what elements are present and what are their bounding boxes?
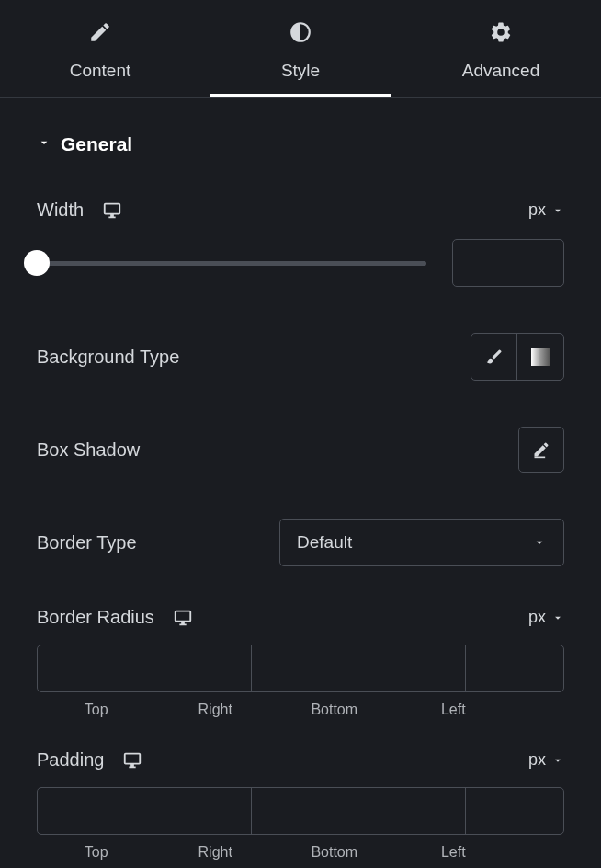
dim-label-bottom: Bottom — [275, 702, 394, 718]
border-radius-label: Border Radius — [37, 607, 154, 628]
box-shadow-edit-button[interactable] — [518, 427, 564, 473]
border-radius-side-labels: Top Right Bottom Left — [37, 702, 564, 718]
width-unit-value: px — [528, 200, 546, 220]
dim-label-bottom: Bottom — [275, 844, 394, 861]
contrast-icon — [289, 20, 312, 48]
padding-unit-value: px — [528, 750, 546, 770]
desktop-icon[interactable] — [173, 608, 193, 628]
dim-label-top: Top — [37, 702, 156, 718]
editor-tabs: Content Style Advanced — [0, 0, 601, 98]
style-panel: General Width px Background Type — [0, 98, 601, 861]
padding-top-input[interactable] — [38, 788, 252, 834]
tab-style[interactable]: Style — [200, 0, 401, 97]
section-general-header[interactable]: General — [37, 133, 564, 155]
caret-down-icon — [37, 135, 51, 154]
padding-bottom-input[interactable] — [466, 788, 564, 834]
background-classic-button[interactable] — [471, 334, 517, 380]
chevron-down-icon — [532, 535, 547, 550]
width-unit-select[interactable]: px — [528, 200, 564, 220]
background-type-label: Background Type — [37, 347, 179, 368]
dim-label-top: Top — [37, 844, 156, 861]
padding-right-input[interactable] — [252, 788, 466, 834]
border-radius-unit-select[interactable]: px — [528, 608, 564, 627]
padding-side-labels: Top Right Bottom Left — [37, 844, 564, 861]
padding-label: Padding — [37, 749, 104, 771]
gear-icon — [489, 20, 513, 48]
dim-label-left: Left — [394, 702, 514, 718]
padding-inputs — [37, 787, 564, 835]
padding-section: Padding px Top Right Bottom Left — [37, 749, 564, 861]
pencil-icon — [88, 20, 112, 48]
width-slider-thumb[interactable] — [24, 250, 50, 276]
brush-icon — [485, 348, 504, 366]
section-general-title: General — [61, 133, 132, 155]
width-row: Width px — [37, 200, 564, 221]
gradient-icon — [531, 348, 550, 366]
border-radius-right-input[interactable] — [252, 645, 466, 691]
padding-unit-select[interactable]: px — [528, 750, 564, 770]
edit-icon — [532, 440, 550, 459]
border-radius-inputs — [37, 645, 564, 692]
desktop-icon[interactable] — [102, 200, 122, 221]
background-type-row: Background Type — [37, 333, 564, 381]
dim-label-right: Right — [156, 844, 276, 861]
background-gradient-button[interactable] — [517, 334, 563, 380]
tab-content[interactable]: Content — [0, 0, 200, 97]
border-radius-section: Border Radius px Top Right Bottom Left — [37, 607, 564, 718]
border-type-select[interactable]: Default — [279, 519, 564, 566]
border-radius-bottom-input[interactable] — [466, 645, 564, 691]
border-type-value: Default — [297, 532, 352, 553]
tab-advanced[interactable]: Advanced — [401, 0, 601, 97]
width-slider[interactable] — [37, 261, 426, 266]
width-slider-row — [37, 239, 564, 287]
box-shadow-row: Box Shadow — [37, 427, 564, 473]
tab-content-label: Content — [70, 61, 131, 81]
background-type-toggle — [471, 333, 564, 381]
tab-advanced-label: Advanced — [462, 61, 540, 81]
width-label: Width — [37, 200, 84, 221]
border-type-row: Border Type Default — [37, 519, 564, 566]
width-input[interactable] — [452, 239, 564, 287]
desktop-icon[interactable] — [122, 750, 142, 771]
svg-rect-0 — [535, 457, 546, 459]
dim-label-right: Right — [156, 702, 276, 718]
border-radius-top-input[interactable] — [38, 645, 252, 691]
tab-style-label: Style — [281, 61, 320, 81]
border-radius-unit-value: px — [528, 608, 546, 627]
dim-label-left: Left — [394, 844, 514, 861]
box-shadow-label: Box Shadow — [37, 440, 140, 461]
border-type-label: Border Type — [37, 532, 137, 554]
